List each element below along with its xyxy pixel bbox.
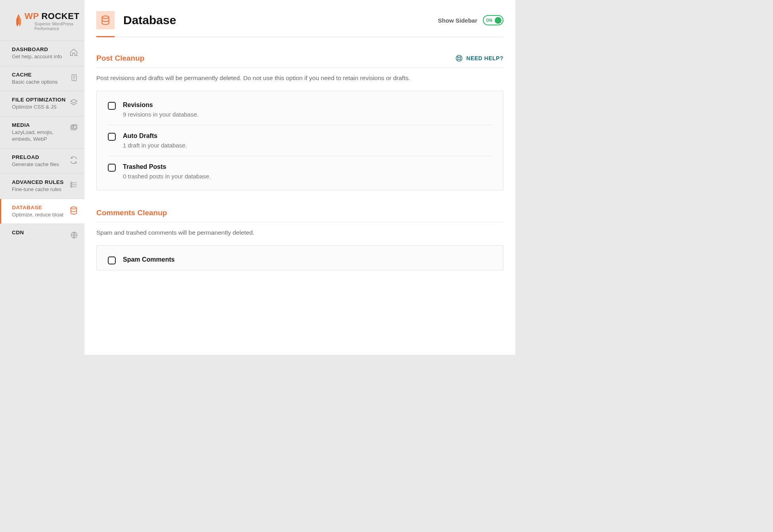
sidebar-item-title: ADVANCED RULES xyxy=(12,179,66,185)
option-sub: 0 trashed posts in your database. xyxy=(123,173,211,180)
section-comments-cleanup: Comments Cleanup Spam and trashed commen… xyxy=(96,209,503,270)
sidebar-item-title: DATABASE xyxy=(12,205,66,211)
sidebar-item-title: PRELOAD xyxy=(12,154,66,160)
svg-point-14 xyxy=(71,207,77,209)
sidebar-item-preload[interactable]: PRELOAD Generate cache files xyxy=(0,149,84,174)
option-label: Trashed Posts xyxy=(123,163,211,170)
doc-icon xyxy=(70,73,78,84)
show-sidebar-label: Show Sidebar xyxy=(438,17,477,24)
brand-logo: WP ROCKET Superior WordPress Performance xyxy=(0,0,84,40)
option-trashed-posts: Trashed Posts 0 trashed posts in your da… xyxy=(108,156,492,187)
list-icon xyxy=(69,181,78,190)
sidebar-item-sub: Generate cache files xyxy=(12,161,66,168)
svg-point-16 xyxy=(102,16,109,19)
sidebar-item-sub: Basic cache options xyxy=(12,78,67,86)
brand-wp: WP xyxy=(25,11,39,21)
svg-rect-8 xyxy=(71,182,72,184)
header-underline xyxy=(96,36,503,37)
brand-tagline: Superior WordPress Performance xyxy=(25,21,79,31)
checkbox-trashed-posts[interactable] xyxy=(108,164,116,172)
sidebar-item-database[interactable]: DATABASE Optimize, reduce bloat xyxy=(0,199,84,224)
option-sub: 1 draft in your database. xyxy=(123,142,187,149)
images-icon xyxy=(69,124,78,133)
sidebar: WP ROCKET Superior WordPress Performance… xyxy=(0,0,84,355)
page-header: Database Show Sidebar ON xyxy=(96,11,503,29)
checkbox-spam-comments[interactable] xyxy=(108,256,116,264)
options-panel: Spam Comments xyxy=(96,245,503,270)
sidebar-item-sub: Optimize, reduce bloat xyxy=(12,211,66,218)
sidebar-item-title: DASHBOARD xyxy=(12,46,66,52)
section-post-cleanup: Post Cleanup NEED HELP? Post revisions a… xyxy=(96,54,503,190)
section-title: Comments Cleanup xyxy=(96,209,167,217)
globe-icon xyxy=(70,231,78,241)
section-desc: Spam and trashed comments will be perman… xyxy=(96,228,503,237)
toggle-state-label: ON xyxy=(486,18,492,23)
svg-rect-10 xyxy=(71,184,72,186)
need-help-label: NEED HELP? xyxy=(466,55,503,61)
brand-rocket: ROCKET xyxy=(41,11,79,21)
sidebar-item-sub: Fine-tune cache rules xyxy=(12,186,66,193)
svg-point-18 xyxy=(458,57,461,60)
checkbox-auto-drafts[interactable] xyxy=(108,133,116,141)
option-label: Auto Drafts xyxy=(123,132,187,140)
page-title: Database xyxy=(123,13,176,27)
main-content: Database Show Sidebar ON Post Cleanup NE… xyxy=(84,0,515,355)
section-desc: Post revisions and drafts will be perman… xyxy=(96,73,503,83)
sidebar-item-sub: LazyLoad, emojis, embeds, WebP xyxy=(12,129,66,143)
need-help-button[interactable]: NEED HELP? xyxy=(455,54,503,62)
option-auto-drafts: Auto Drafts 1 draft in your database. xyxy=(108,125,492,156)
home-icon xyxy=(69,48,78,58)
option-spam-comments: Spam Comments xyxy=(108,249,492,267)
sidebar-item-cdn[interactable]: CDN xyxy=(0,224,84,246)
option-label: Revisions xyxy=(123,101,199,109)
sidebar-item-cache[interactable]: CACHE Basic cache options xyxy=(0,66,84,92)
section-title: Post Cleanup xyxy=(96,54,144,63)
page-database-icon xyxy=(96,11,115,29)
sidebar-item-title: MEDIA xyxy=(12,122,66,128)
options-panel: Revisions 9 revisions in your database. … xyxy=(96,91,503,190)
sidebar-item-sub: Get help, account info xyxy=(12,53,66,60)
sidebar-item-sub: Optimize CSS & JS xyxy=(12,103,66,111)
toggle-knob xyxy=(495,17,501,24)
refresh-icon xyxy=(69,156,78,166)
database-icon xyxy=(69,206,78,216)
sidebar-nav: DASHBOARD Get help, account info CACHE B… xyxy=(0,40,84,246)
checkbox-revisions[interactable] xyxy=(108,102,116,110)
option-sub: 9 revisions in your database. xyxy=(123,111,199,118)
svg-rect-12 xyxy=(71,186,72,188)
option-label: Spam Comments xyxy=(123,256,175,263)
sidebar-item-title: CDN xyxy=(12,230,67,235)
sidebar-item-file-optimization[interactable]: FILE OPTIMIZATION Optimize CSS & JS xyxy=(0,91,84,117)
svg-point-7 xyxy=(73,126,74,127)
sidebar-item-title: CACHE xyxy=(12,72,67,78)
layers-icon xyxy=(69,98,78,109)
option-revisions: Revisions 9 revisions in your database. xyxy=(108,94,492,125)
sidebar-item-title: FILE OPTIMIZATION xyxy=(12,97,66,103)
svg-marker-4 xyxy=(71,100,77,103)
show-sidebar-toggle[interactable]: ON xyxy=(483,15,503,25)
rocket-icon xyxy=(15,13,22,29)
lifering-icon xyxy=(455,54,463,62)
sidebar-item-media[interactable]: MEDIA LazyLoad, emojis, embeds, WebP xyxy=(0,117,84,149)
sidebar-item-advanced-rules[interactable]: ADVANCED RULES Fine-tune cache rules xyxy=(0,174,84,199)
sidebar-item-dashboard[interactable]: DASHBOARD Get help, account info xyxy=(0,41,84,66)
